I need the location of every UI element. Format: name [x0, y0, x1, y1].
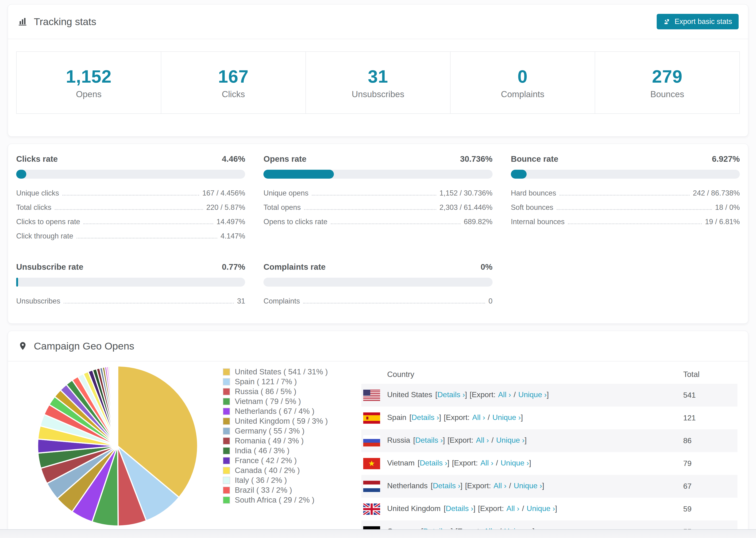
details-link[interactable]: Details ›: [420, 459, 447, 467]
stats-row: 1,152 Opens 167 Clicks 31 Unsubscribes 0…: [16, 51, 740, 114]
flag-us-icon: [363, 390, 380, 401]
bracket: [: [435, 390, 437, 399]
export-unique-link[interactable]: Unique ›: [501, 459, 529, 467]
rate-progress-track: [16, 278, 245, 287]
details-link[interactable]: Details ›: [437, 390, 465, 399]
geo-table-row: United States[Details ›][Export:All ›/Un…: [361, 384, 737, 406]
legend-label: Canada ( 40 / 2% ): [235, 466, 300, 475]
export-all-link[interactable]: All ›: [507, 504, 519, 512]
dotted-leader: [304, 209, 436, 210]
export-prefix: [Export:: [478, 504, 504, 512]
rate-detail-label: Unique opens: [263, 189, 308, 197]
rate-detail-row: Total opens 2,303 / 61.446%: [263, 203, 492, 212]
rate-detail-label: Unsubscribes: [16, 297, 60, 305]
country-name: Russia: [387, 436, 410, 444]
export-prefix: [Export:: [469, 390, 495, 399]
legend-label: Germany ( 55 / 3% ): [235, 426, 304, 435]
rate-detail-label: Internal bounces: [511, 218, 565, 226]
dotted-leader: [560, 195, 689, 195]
bracket: ]: [529, 459, 531, 467]
flag-nl-icon: [363, 481, 380, 492]
export-unique-link[interactable]: Unique ›: [514, 481, 542, 490]
export-all-link[interactable]: All ›: [494, 481, 507, 490]
rate-detail-row: Internal bounces 19 / 6.81%: [511, 218, 740, 226]
dotted-leader: [83, 224, 213, 224]
export-unique-link[interactable]: Unique ›: [496, 436, 524, 444]
geo-pie-container: [16, 365, 223, 527]
bracket: ]: [460, 481, 462, 490]
bar-chart-icon: [17, 16, 28, 27]
legend-item: Spain ( 121 / 7% ): [223, 377, 354, 387]
stat-label: Clicks: [222, 89, 245, 99]
export-basic-stats-button[interactable]: Export basic stats: [657, 14, 739, 29]
legend-swatch: [223, 477, 230, 484]
rate-detail-row: Soft bounces 18 / 0%: [511, 203, 740, 212]
stat-box: 31 Unsubscribes: [305, 51, 451, 114]
details-link[interactable]: Details ›: [446, 504, 473, 512]
export-unique-link[interactable]: Unique ›: [492, 413, 521, 422]
rate-percent: 0%: [481, 262, 493, 272]
export-all-link[interactable]: All ›: [476, 436, 489, 444]
geo-opens-card: Campaign Geo Opens United States ( 541 /…: [8, 331, 748, 535]
export-button-label: Export basic stats: [675, 17, 732, 26]
rate-detail-label: Total opens: [263, 203, 301, 212]
stat-label: Bounces: [650, 89, 684, 99]
stat-label: Complaints: [501, 89, 544, 99]
slash: /: [491, 436, 494, 444]
page-bottom-strip: [0, 529, 756, 538]
legend-label: Brazil ( 33 / 2% ): [235, 486, 292, 495]
country-total: 121: [683, 406, 737, 429]
rate-percent: 4.46%: [222, 154, 245, 164]
export-all-link[interactable]: All ›: [472, 413, 485, 422]
details-link[interactable]: Details ›: [415, 436, 443, 444]
rate-detail-value: 167 / 4.456%: [202, 189, 245, 197]
bracket: ]: [542, 481, 544, 490]
legend-label: Italy ( 36 / 2% ): [235, 476, 287, 485]
legend-label: United States ( 541 / 31% ): [235, 367, 328, 376]
rate-title: Bounce rate: [511, 154, 558, 164]
bracket: ]: [524, 436, 527, 444]
details-link[interactable]: Details ›: [433, 481, 460, 490]
flag-gb-icon: [363, 504, 380, 515]
rate-block: Bounce rate 6.927% Hard bounces 242 / 86…: [511, 154, 740, 246]
slash: /: [522, 504, 524, 512]
rate-detail-label: Clicks to opens rate: [16, 218, 80, 226]
export-unique-link[interactable]: Unique ›: [518, 390, 547, 399]
bracket: ]: [443, 436, 445, 444]
stat-value: 167: [218, 66, 249, 86]
flag-ru-icon: [363, 435, 380, 447]
country-total: 541: [683, 384, 737, 406]
details-link[interactable]: Details ›: [411, 413, 439, 422]
legend-item: Italy ( 36 / 2% ): [223, 475, 354, 485]
page: Tracking stats Export basic stats 1,152 …: [0, 0, 756, 535]
legend-label: Russia ( 86 / 5% ): [235, 387, 296, 396]
legend-label: France ( 42 / 2% ): [235, 456, 297, 465]
bracket: ]: [555, 504, 557, 512]
legend-item: Germany ( 55 / 3% ): [223, 426, 354, 436]
export-prefix: [Export:: [444, 413, 469, 422]
rate-detail-value: 1,152 / 30.736%: [440, 189, 493, 197]
rate-detail-row: Total clicks 220 / 5.87%: [16, 203, 245, 212]
stat-label: Unsubscribes: [352, 89, 404, 99]
slash: /: [514, 390, 516, 399]
rate-detail-value: 220 / 5.87%: [206, 203, 245, 212]
legend-swatch: [223, 467, 230, 474]
export-all-link[interactable]: All ›: [480, 459, 493, 467]
legend-swatch: [223, 418, 230, 425]
rate-block: Clicks rate 4.46% Unique clicks 167 / 4.…: [16, 154, 245, 246]
country-name: United States: [387, 390, 432, 399]
legend-label: Romania ( 49 / 3% ): [235, 436, 303, 445]
legend-label: Vietnam ( 79 / 5% ): [235, 397, 301, 406]
bracket: ]: [465, 390, 467, 399]
rate-percent: 30.736%: [460, 154, 492, 164]
legend-item: Romania ( 49 / 3% ): [223, 436, 354, 446]
rate-title: Opens rate: [263, 154, 306, 164]
country-total: 79: [683, 452, 737, 475]
rate-detail-value: 2,303 / 61.446%: [440, 203, 493, 212]
export-all-link[interactable]: All ›: [498, 390, 511, 399]
rate-detail-label: Click through rate: [16, 232, 73, 241]
export-prefix: [Export:: [448, 436, 473, 444]
rate-detail-row: Unsubscribes 31: [16, 297, 245, 305]
legend-swatch: [223, 427, 230, 435]
export-unique-link[interactable]: Unique ›: [527, 504, 555, 512]
